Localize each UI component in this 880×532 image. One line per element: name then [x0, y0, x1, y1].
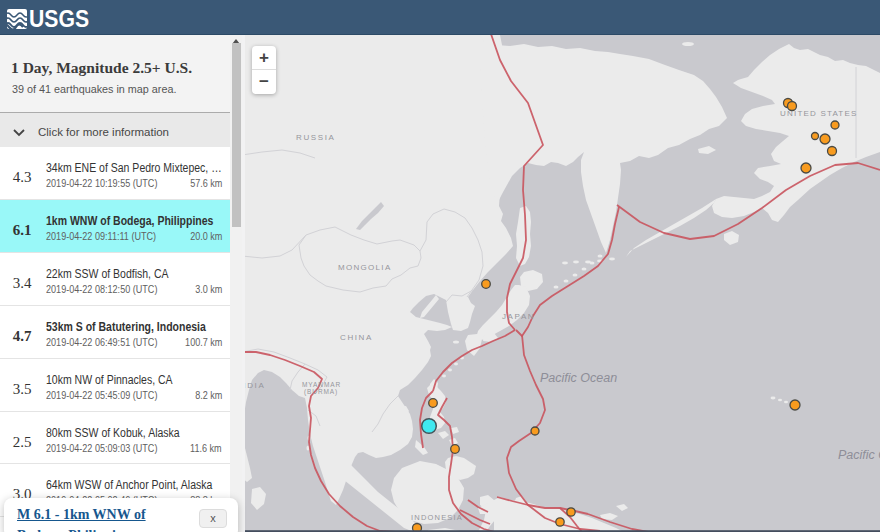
svg-text:RUSSIA: RUSSIA — [296, 133, 335, 142]
svg-text:MYANMAR: MYANMAR — [302, 381, 341, 388]
svg-text:CHINA: CHINA — [340, 333, 373, 342]
svg-text:INDIA: INDIA — [242, 381, 265, 390]
svg-text:(BURMA): (BURMA) — [304, 388, 338, 396]
svg-text:USGS: USGS — [29, 5, 89, 32]
svg-text:INDONESIA: INDONESIA — [411, 513, 463, 522]
svg-text:Pacific Ocean: Pacific Ocean — [540, 371, 617, 385]
svg-text:MONGOLIA: MONGOLIA — [338, 263, 392, 272]
svg-text:Pacific Oc: Pacific Oc — [838, 448, 880, 462]
svg-text:JAPAN: JAPAN — [502, 312, 535, 321]
